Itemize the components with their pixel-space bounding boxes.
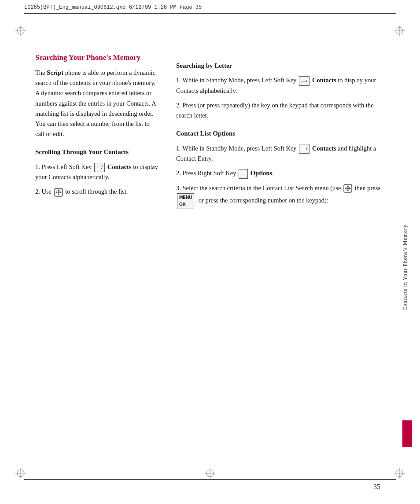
- reg-mark-top-right: [394, 26, 405, 36]
- sidebar-label: Contacts in Your Phone's Memory: [402, 224, 409, 311]
- page-number: 35: [373, 483, 380, 491]
- svg-marker-23: [346, 190, 349, 191]
- left-heading: Searching Your Phone's Memory: [35, 53, 158, 63]
- letter-item-1: 1. While in Standby Mode, press Left Sof…: [176, 75, 385, 96]
- svg-marker-19: [60, 191, 62, 194]
- bottom-border: [24, 479, 396, 480]
- nav-key-icon: [54, 188, 63, 197]
- scrolling-item-2: 2. Use to scroll through the list.: [35, 187, 158, 197]
- right-column: Searching by Letter 1. While in Standby …: [176, 53, 385, 460]
- reg-mark-bottom-center: [205, 468, 215, 478]
- svg-point-26: [347, 188, 349, 190]
- left-soft-key-icon-1: ―/: [94, 163, 105, 173]
- options-item-3: 3. Select the search criteria in the Con…: [176, 183, 385, 209]
- item-number-1: 1. Press Left Soft Key: [35, 163, 93, 170]
- contacts-bold-2: Contacts: [312, 77, 336, 84]
- reg-mark-top-left: [15, 26, 26, 36]
- contact-list-options-heading: Contact List Options: [176, 129, 385, 139]
- contacts-bold-1: Contacts: [107, 163, 132, 170]
- left-soft-key-icon-2: ―/: [299, 76, 309, 86]
- nav-key-icon-2: [343, 184, 352, 193]
- top-border: [24, 13, 396, 14]
- content-area: Searching Your Phone's Memory The Script…: [35, 53, 385, 460]
- sidebar-label-container: Contacts in Your Phone's Memory: [399, 88, 411, 447]
- searching-by-letter-heading: Searching by Letter: [176, 61, 385, 71]
- page-container: LG265(BPT)_Eng_manual_090612.qxd 6/12/09…: [0, 0, 420, 504]
- svg-point-20: [57, 191, 59, 193]
- header-bar: LG265(BPT)_Eng_manual_090612.qxd 6/12/09…: [24, 4, 396, 11]
- svg-marker-17: [57, 194, 60, 195]
- svg-marker-16: [57, 189, 60, 191]
- left-soft-key-icon-3: ―/: [299, 144, 309, 154]
- left-column: Searching Your Phone's Memory The Script…: [35, 53, 158, 460]
- svg-marker-22: [346, 185, 349, 187]
- right-soft-key-icon: ―: [239, 169, 248, 179]
- svg-marker-24: [345, 187, 346, 190]
- reg-mark-bottom-right: [394, 468, 405, 478]
- svg-marker-25: [349, 187, 351, 190]
- options-bold: Options: [251, 169, 272, 177]
- menu-ok-icon: MENUOK: [177, 193, 194, 209]
- options-item-2: 2. Press Right Soft Key ― Options.: [176, 168, 385, 178]
- sidebar-accent: [402, 420, 412, 447]
- item-number-2: 2. Use: [35, 188, 53, 195]
- letter-item-2: 2. Press (or press repeatedly) the key o…: [176, 100, 385, 121]
- scrolling-item-1: 1. Press Left Soft Key ―/ Contacts to di…: [35, 162, 158, 183]
- svg-marker-18: [55, 191, 57, 194]
- reg-mark-bottom-left: [15, 468, 26, 478]
- intro-paragraph: The Script phone is able to perform a dy…: [35, 68, 158, 139]
- header-text: LG265(BPT)_Eng_manual_090612.qxd 6/12/09…: [24, 4, 202, 11]
- scrolling-heading: Scrolling Through Your Contacts: [35, 147, 158, 157]
- options-item-1: 1. While in Standby Mode, press Left Sof…: [176, 143, 385, 164]
- contacts-bold-3: Contacts: [312, 145, 336, 152]
